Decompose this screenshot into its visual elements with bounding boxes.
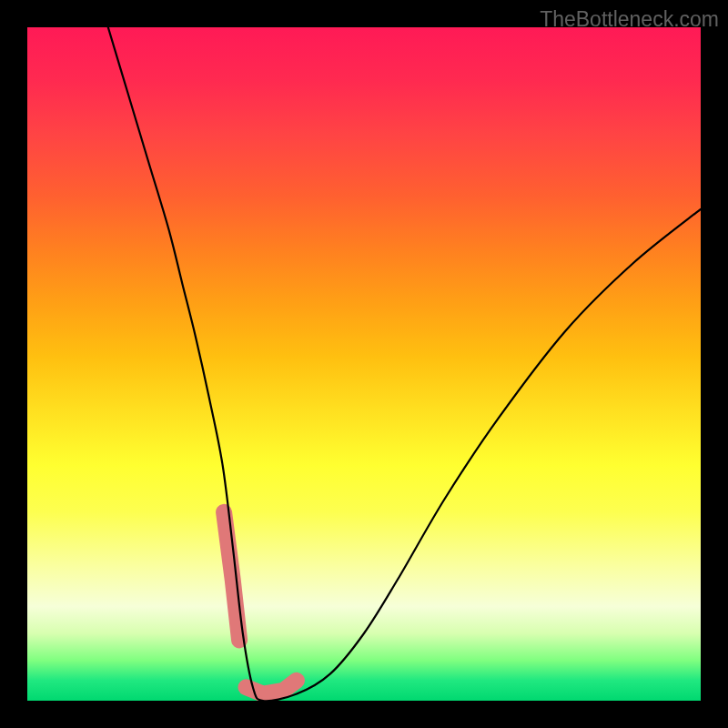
chart-container: TheBottleneck.com [0, 0, 728, 728]
bottleneck-curve [108, 27, 701, 701]
watermark-text: TheBottleneck.com [540, 7, 719, 32]
pink-highlight [224, 512, 297, 694]
plot-area [27, 27, 701, 701]
curve-layer [27, 27, 701, 701]
